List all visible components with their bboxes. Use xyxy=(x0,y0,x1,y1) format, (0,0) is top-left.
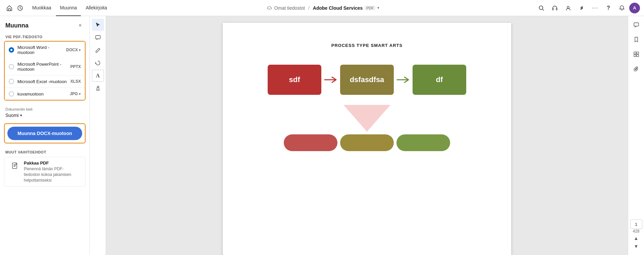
other-options-label: MUUT VAIHTOEHDOT xyxy=(0,149,90,157)
compress-text: Pakkaa PDF Pienennä tämän PDF-tiedoston … xyxy=(24,161,80,183)
export-option-excel[interactable]: Microsoft Excel -muotoon XLSX xyxy=(5,75,85,88)
top-nav: Muokkaa Muunna Allekirjoita Omat tiedost… xyxy=(0,0,644,16)
account-button[interactable] xyxy=(562,2,574,14)
panel-close-button[interactable]: × xyxy=(76,21,84,29)
excel-ext: XLSX xyxy=(70,79,81,84)
export-option-excel-label: Microsoft Excel -muotoon xyxy=(17,79,67,84)
radio-image xyxy=(9,91,14,97)
sa-arrow-1 xyxy=(324,74,337,85)
export-section-label: VIE PDF-TIEDOSTO xyxy=(0,32,90,41)
svg-rect-12 xyxy=(637,55,639,57)
tool-sidebar: A xyxy=(90,16,106,255)
svg-rect-11 xyxy=(634,55,636,57)
convert-btn-container: Muunna DOCX-muotoon xyxy=(4,123,86,143)
pdf-canvas: PROCESS TYPE SMART ARTS sdf dsfasdfsa xyxy=(106,16,628,255)
user-avatar[interactable]: A xyxy=(629,3,640,13)
svg-rect-9 xyxy=(634,52,636,54)
sa-box-dsfasdfsa: dsfasdfsa xyxy=(340,65,394,95)
svg-point-1 xyxy=(539,6,543,9)
page-nav: 1 428 ▲ ▼ xyxy=(630,78,642,252)
sa-box2-2 xyxy=(340,134,394,151)
headphones-button[interactable] xyxy=(549,2,561,14)
doc-lang-label: Dokumentin kieli xyxy=(5,107,84,111)
compress-desc: Pienennä tämän PDF-tiedoston kokoa jakam… xyxy=(24,166,80,183)
more-button[interactable]: ··· xyxy=(589,2,601,14)
triangle-container xyxy=(243,105,491,132)
sa-box-df: df xyxy=(413,65,466,95)
svg-rect-3 xyxy=(552,8,553,10)
word-ext: DOCX ▾ xyxy=(66,48,81,52)
link-button[interactable] xyxy=(576,2,588,14)
help-button[interactable]: ? xyxy=(602,2,614,14)
comment-tool[interactable] xyxy=(92,31,104,44)
export-option-image[interactable]: kuvamuotoon JPG ▾ xyxy=(5,88,85,100)
ppt-ext: PPTX xyxy=(70,64,81,69)
svg-rect-10 xyxy=(637,52,639,54)
breadcrumb-home[interactable]: Omat tiedostot xyxy=(274,5,305,11)
breadcrumb-separator: / xyxy=(308,5,310,11)
scroll-up-button[interactable]: ▲ xyxy=(632,235,640,242)
bookmarks-panel-button[interactable] xyxy=(630,34,642,46)
nav-menu-convert[interactable]: Muunna xyxy=(56,0,81,16)
stamp-tool[interactable] xyxy=(92,82,104,94)
canvas-area: A PROCESS TYPE SMART ARTS sdf dsfasdfsa xyxy=(90,16,644,255)
sa-box-sdf: sdf xyxy=(268,65,321,95)
comments-panel-button[interactable] xyxy=(630,19,642,31)
svg-line-2 xyxy=(543,9,544,10)
page-scroll-arrows: ▲ ▼ xyxy=(632,235,640,250)
pdf-badge: PDF xyxy=(365,6,375,10)
radio-ppt xyxy=(9,64,14,69)
compress-icon xyxy=(10,161,20,171)
radio-excel xyxy=(9,79,14,84)
export-option-ppt[interactable]: Microsoft PowerPoint -muotoon PPTX xyxy=(5,58,85,75)
grid-panel-button[interactable] xyxy=(630,48,642,60)
text-tool[interactable]: A xyxy=(92,70,104,82)
doc-lang-chevron-icon: ▾ xyxy=(20,113,22,118)
panel-title: Muunna xyxy=(5,22,29,29)
sa-box2-1 xyxy=(284,134,337,151)
doc-lang-select[interactable]: Suomi ▾ xyxy=(5,113,84,118)
doc-lang-section: Dokumentin kieli Suomi ▾ xyxy=(0,105,90,121)
scroll-down-button[interactable]: ▼ xyxy=(632,243,640,250)
attachments-panel-button[interactable] xyxy=(630,63,642,75)
pencil-tool[interactable] xyxy=(92,44,104,56)
panel-header: Muunna × xyxy=(0,16,90,32)
main-area: Muunna × VIE PDF-TIEDOSTO Microsoft Word… xyxy=(0,16,644,255)
smart-art-row2 xyxy=(243,134,491,151)
page-title: PROCESS TYPE SMART ARTS xyxy=(243,43,491,48)
compress-title: Pakkaa PDF xyxy=(24,161,80,166)
svg-rect-4 xyxy=(556,8,557,10)
svg-point-5 xyxy=(567,6,569,8)
nav-menu-items: Muokkaa Muunna Allekirjoita xyxy=(28,0,111,16)
nav-menu-edit[interactable]: Muokkaa xyxy=(28,0,55,16)
search-button[interactable] xyxy=(535,2,547,14)
page-number-input[interactable]: 1 xyxy=(630,219,642,229)
file-title: Adobe Cloud Services xyxy=(313,5,363,11)
loop-tool[interactable] xyxy=(92,57,104,69)
sa-arrow-2 xyxy=(396,74,410,85)
right-sidebar: 1 428 ▲ ▼ xyxy=(628,16,644,255)
svg-rect-7 xyxy=(96,36,100,39)
doc-lang-value: Suomi xyxy=(5,113,19,118)
page-total: 428 xyxy=(633,229,639,234)
radio-word xyxy=(9,47,14,53)
select-tool[interactable] xyxy=(92,19,104,31)
pdf-page: PROCESS TYPE SMART ARTS sdf dsfasdfsa xyxy=(223,23,511,255)
nav-right-icons: ··· ? A xyxy=(535,2,640,14)
cloud-icon xyxy=(267,6,272,10)
bell-button[interactable] xyxy=(616,2,628,14)
left-panel: Muunna × VIE PDF-TIEDOSTO Microsoft Word… xyxy=(0,16,90,255)
nav-center: Omat tiedostot / Adobe Cloud Services PD… xyxy=(111,5,535,11)
compress-option[interactable]: Pakkaa PDF Pienennä tämän PDF-tiedoston … xyxy=(4,157,86,187)
file-chevron-icon[interactable]: ▾ xyxy=(377,6,379,10)
recent-icon[interactable] xyxy=(15,3,25,13)
home-icon[interactable] xyxy=(4,3,15,13)
triangle-shape xyxy=(343,105,390,132)
nav-menu-sign[interactable]: Allekirjoita xyxy=(82,0,111,16)
export-option-word[interactable]: Microsoft Word -muotoon DOCX ▾ xyxy=(5,42,85,58)
export-options-box: Microsoft Word -muotoon DOCX ▾ Microsoft… xyxy=(4,41,86,101)
export-option-ppt-label: Microsoft PowerPoint -muotoon xyxy=(17,62,67,72)
svg-rect-8 xyxy=(634,23,639,26)
smart-art-row1: sdf dsfasdfsa df xyxy=(243,65,491,95)
convert-button[interactable]: Muunna DOCX-muotoon xyxy=(7,127,82,140)
